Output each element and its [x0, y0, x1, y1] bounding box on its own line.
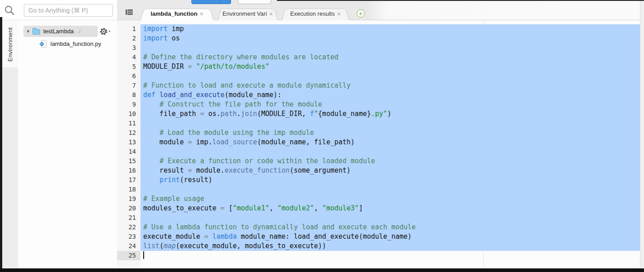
line-number[interactable]: 21: [117, 213, 141, 223]
line-number[interactable]: 5: [117, 62, 141, 71]
panel-tab-environment-label: Environment: [2, 23, 18, 66]
line-number[interactable]: 9: [117, 100, 141, 109]
tab-close-icon[interactable]: ×: [337, 11, 340, 17]
tab-label: lambda_function: [150, 10, 197, 17]
tab-label: Environment Vari: [222, 10, 267, 17]
code-line[interactable]: # Use a lambda function to dynamically l…: [141, 223, 640, 232]
code-line[interactable]: [141, 251, 640, 260]
code-lines: import impimport os# Define the director…: [141, 20, 640, 268]
tab-close-icon[interactable]: ×: [269, 11, 273, 17]
code-line[interactable]: MODULE_DIR = "/path/to/modules": [141, 62, 640, 71]
line-number[interactable]: 1: [117, 24, 141, 34]
folder-name: testLambda: [43, 28, 74, 35]
line-number[interactable]: 12: [117, 128, 141, 138]
code-line[interactable]: import imp: [141, 24, 640, 34]
gear-caret-icon: ▾: [109, 29, 110, 33]
search-icon[interactable]: [4, 4, 15, 16]
code-line[interactable]: def load_and_execute(module_name):: [141, 90, 640, 100]
line-number[interactable]: 4: [117, 53, 141, 62]
line-number[interactable]: 14: [117, 147, 141, 156]
tab-lambda-function[interactable]: lambda_function ×: [143, 7, 211, 20]
panel-rail: Environment: [2, 20, 18, 268]
code-line[interactable]: [141, 185, 640, 194]
code-line[interactable]: module = imp.load_source(module_name, fi…: [141, 138, 640, 147]
code-line[interactable]: import os: [141, 34, 640, 43]
folder-path-suffix: - /: [76, 29, 81, 34]
code-line[interactable]: # Construct the file path for the module: [141, 100, 640, 109]
new-tab-button[interactable]: +: [357, 9, 365, 18]
python-file-icon: [40, 40, 47, 48]
code-line[interactable]: # Function to load and execute a module …: [141, 81, 640, 90]
line-number[interactable]: 6: [117, 71, 141, 81]
line-number[interactable]: 11: [117, 119, 141, 128]
line-number[interactable]: 18: [117, 185, 141, 194]
line-number[interactable]: 20: [117, 204, 141, 213]
file-tree: ▼ testLambda - / ▾ lambda_function.py: [18, 20, 117, 268]
tab-label: Execution results: [290, 10, 335, 17]
test-button-fragment[interactable]: [238, 0, 271, 4]
vertical-scrollbar[interactable]: [640, 0, 644, 268]
code-line[interactable]: [141, 119, 640, 128]
code-line[interactable]: # Execute a function or code within the …: [141, 156, 640, 166]
line-number[interactable]: 7: [117, 81, 141, 90]
line-number[interactable]: 24: [117, 241, 141, 251]
line-number[interactable]: 2: [117, 34, 141, 43]
window-edge-top: [277, 0, 644, 1]
line-number[interactable]: 10: [117, 109, 141, 119]
code-line[interactable]: [141, 43, 640, 53]
editor-header: lambda_function × Environment Vari × Exe…: [117, 0, 644, 20]
code-line[interactable]: [141, 213, 640, 223]
sidebar-header: [0, 0, 117, 20]
code-line[interactable]: file_path = os.path.join(MODULE_DIR, f"{…: [141, 109, 640, 119]
tree-folder-row[interactable]: ▼ testLambda - /: [23, 26, 98, 37]
code-line[interactable]: # Define the directory where modules are…: [141, 53, 640, 62]
disclosure-triangle-icon[interactable]: ▼: [26, 29, 30, 34]
line-number[interactable]: 13: [117, 138, 141, 147]
line-number[interactable]: 23: [117, 232, 141, 241]
save-button-fragment[interactable]: [191, 0, 231, 4]
line-number[interactable]: 25: [117, 251, 141, 260]
tree-file-row[interactable]: lambda_function.py: [40, 39, 101, 49]
line-number[interactable]: 15: [117, 156, 141, 166]
tab-bar: lambda_function × Environment Vari × Exe…: [143, 7, 356, 20]
code-line[interactable]: list(map(execute_module, modules_to_exec…: [141, 241, 640, 251]
code-line[interactable]: # Load the module using the imp module: [141, 128, 640, 138]
window-edge-bottom: [0, 268, 644, 272]
code-editor[interactable]: 1234567891011121314151617181920212223242…: [117, 20, 644, 268]
line-number[interactable]: 17: [117, 175, 141, 185]
tab-execution-results[interactable]: Execution results ×: [285, 7, 346, 20]
code-line[interactable]: [141, 71, 640, 81]
goto-anything-input[interactable]: [24, 4, 113, 17]
tab-environment-variables[interactable]: Environment Vari ×: [221, 7, 275, 20]
code-line[interactable]: # Example usage: [141, 194, 640, 204]
code-line[interactable]: modules_to_execute = ["module1", "module…: [141, 204, 640, 213]
text-cursor: [143, 251, 144, 259]
line-number[interactable]: 8: [117, 90, 141, 100]
window-edge-left: [0, 17, 2, 269]
panel-tab-environment[interactable]: Environment: [2, 20, 18, 67]
ide-window: Environment ▼ testLambda - / ▾ lambda_fu…: [0, 0, 644, 272]
line-number[interactable]: 22: [117, 223, 141, 232]
gutter: 1234567891011121314151617181920212223242…: [117, 20, 141, 268]
line-number[interactable]: 19: [117, 194, 141, 204]
code-line[interactable]: execute_module = lambda module_name: loa…: [141, 232, 640, 241]
code-line[interactable]: result = module.execute_function(some_ar…: [141, 166, 640, 175]
code-line[interactable]: [141, 147, 640, 156]
tree-settings-button[interactable]: ▾: [100, 26, 110, 37]
code-line[interactable]: print(result): [141, 175, 640, 185]
gear-icon: [100, 27, 108, 36]
line-number[interactable]: 16: [117, 166, 141, 175]
tab-close-icon[interactable]: ×: [200, 11, 203, 17]
file-name: lambda_function.py: [50, 40, 101, 47]
line-number[interactable]: 3: [117, 43, 141, 53]
open-files-icon[interactable]: [125, 9, 133, 16]
folder-icon: [32, 29, 40, 35]
